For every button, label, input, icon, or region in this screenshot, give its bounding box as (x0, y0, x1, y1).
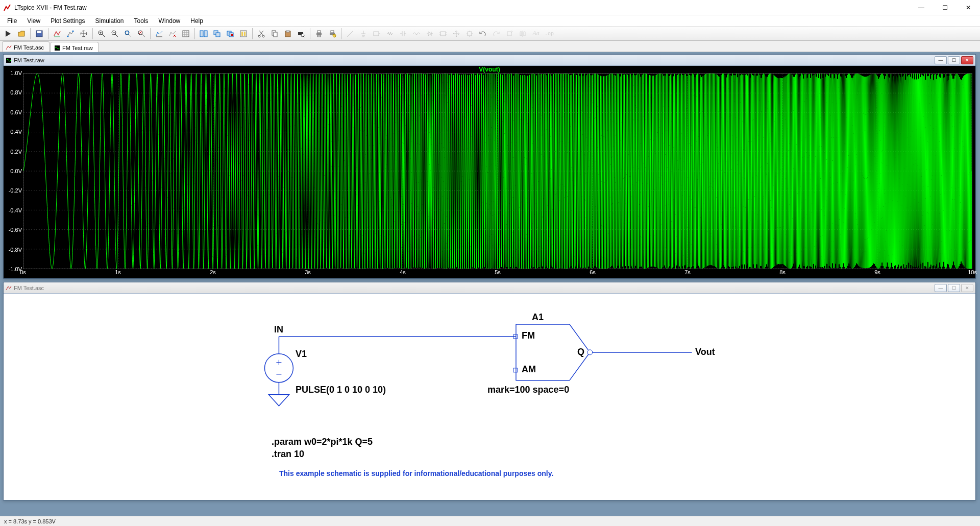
plot-canvas[interactable] (23, 73, 972, 269)
delete-trace-button[interactable] (166, 28, 179, 40)
value-pulse[interactable]: PULSE(0 1 0 10 0 10) (296, 385, 386, 395)
autorange-button[interactable] (64, 28, 77, 40)
pick-visible-traces-button[interactable] (51, 28, 63, 40)
svg-rect-23 (274, 32, 277, 37)
child-maximize-button[interactable]: ☐ (948, 56, 960, 64)
undo-button[interactable] (477, 28, 489, 40)
trace-label[interactable]: V(vout) (4, 66, 975, 73)
zoom-out-button[interactable] (109, 28, 121, 40)
menu-view[interactable]: View (22, 16, 45, 26)
svg-rect-35 (440, 32, 446, 36)
svg-point-3 (67, 35, 69, 37)
y-axis[interactable]: 1.0V0.8V0.6V0.4V0.2V0.0V-0.2V-0.4V-0.6V-… (4, 73, 23, 269)
child-minimize-button[interactable]: — (935, 284, 947, 292)
child-close-button[interactable]: ✕ (961, 56, 973, 64)
print-button[interactable] (313, 28, 325, 40)
print-setup-button[interactable] (326, 28, 338, 40)
refdes-v1[interactable]: V1 (296, 349, 307, 360)
menu-plot-settings[interactable]: Plot Settings (45, 16, 90, 26)
svg-rect-63 (513, 368, 518, 372)
menu-simulation[interactable]: Simulation (90, 16, 129, 26)
schematic-canvas[interactable]: IN V1 PULSE(0 1 0 10 0 10) A1 FM AM Q Vo… (4, 294, 975, 500)
resistor-button (384, 28, 396, 40)
zoom-fit-button[interactable] (122, 28, 134, 40)
schematic-comment[interactable]: This example schematic is supplied for i… (279, 469, 553, 477)
open-button[interactable] (15, 28, 28, 40)
menu-file[interactable]: File (2, 16, 22, 26)
tab-fm-test-raw[interactable]: FM Test.raw (51, 42, 99, 52)
toolbar: Aa .op (0, 27, 980, 41)
copy-button[interactable] (268, 28, 281, 40)
svg-rect-36 (507, 32, 511, 36)
close-button[interactable]: ✕ (957, 0, 980, 15)
add-trace-button[interactable] (153, 28, 165, 40)
x-tick: 2s (210, 269, 216, 275)
waveform-titlebar[interactable]: FM Test.raw — ☐ ✕ (4, 55, 975, 66)
y-tick: -0.2V (9, 187, 22, 194)
zoom-in-button[interactable] (95, 28, 108, 40)
schematic-title: FM Test.asc (12, 285, 934, 291)
svg-rect-17 (240, 31, 247, 37)
zoom-back-button[interactable] (135, 28, 148, 40)
waveform-file-icon (6, 57, 12, 63)
paste-button[interactable] (282, 28, 294, 40)
document-tabstrip: FM Test.asc FM Test.raw (0, 41, 980, 52)
menu-window[interactable]: Window (154, 16, 186, 26)
waveform-title: FM Test.raw (12, 57, 934, 63)
mdi-client-area: FM Test.raw — ☐ ✕ V(vout) 1.0V0.8V0.6V0.… (0, 52, 980, 516)
svg-rect-28 (316, 33, 322, 35)
waveform-plot-area[interactable]: V(vout) 1.0V0.8V0.6V0.4V0.2V0.0V-0.2V-0.… (4, 66, 975, 278)
tab-label: FM Test.asc (14, 44, 44, 51)
waveform-window[interactable]: FM Test.raw — ☐ ✕ V(vout) 1.0V0.8V0.6V0.… (3, 54, 976, 279)
drag-button (463, 28, 476, 40)
x-tick: 0s (20, 269, 26, 275)
child-maximize-button[interactable]: ☐ (948, 284, 960, 292)
minimize-button[interactable]: — (910, 0, 933, 15)
child-close-button[interactable]: ✕ (961, 284, 973, 292)
menu-help[interactable]: Help (185, 16, 208, 26)
menu-tools[interactable]: Tools (129, 16, 154, 26)
svg-rect-25 (286, 31, 289, 32)
svg-rect-14 (216, 33, 220, 37)
y-tick: -0.6V (9, 227, 22, 233)
spice-directive-param[interactable]: .param w0=2*pi*1k Q=5 (272, 437, 373, 447)
x-tick: 3s (305, 269, 311, 275)
schematic-file-icon (6, 44, 12, 51)
redo-button (490, 28, 502, 40)
capacitor-button (397, 28, 409, 40)
svg-point-4 (72, 30, 74, 32)
child-minimize-button[interactable]: — (935, 56, 947, 64)
pan-button[interactable] (78, 28, 90, 40)
x-tick: 1s (115, 269, 121, 275)
svg-rect-29 (317, 31, 321, 33)
tab-fm-test-asc[interactable]: FM Test.asc (2, 41, 50, 52)
save-button[interactable] (33, 28, 45, 40)
spice-directive-tran[interactable]: .tran 10 (272, 449, 304, 460)
window-titlebar: LTspice XVII - FM Test.raw — ☐ ✕ (0, 0, 980, 15)
component-params[interactable]: mark=100 space=0 (487, 385, 569, 395)
run-button[interactable] (2, 28, 14, 40)
control-panel-button[interactable] (237, 28, 250, 40)
tile-windows-button[interactable] (198, 28, 210, 40)
find-button[interactable] (295, 28, 307, 40)
y-tick: 0.2V (10, 149, 22, 155)
draw-wire-button (344, 28, 356, 40)
component-button (437, 28, 449, 40)
cascade-windows-button[interactable] (211, 28, 223, 40)
net-label-in[interactable]: IN (274, 324, 283, 335)
cut-button[interactable] (255, 28, 267, 40)
svg-point-61 (264, 354, 293, 382)
y-tick: -0.8V (9, 247, 22, 253)
svg-point-33 (333, 34, 336, 37)
net-label-vout[interactable]: Vout (695, 347, 715, 357)
toggle-grid-button[interactable] (180, 28, 192, 40)
schematic-window[interactable]: FM Test.asc — ☐ ✕ (3, 282, 976, 500)
text-button: Aa (530, 28, 542, 40)
maximize-button[interactable]: ☐ (933, 0, 957, 15)
x-tick: 10s (968, 269, 977, 275)
close-all-button[interactable] (224, 28, 236, 40)
schematic-titlebar[interactable]: FM Test.asc — ☐ ✕ (4, 282, 975, 294)
refdes-a1[interactable]: A1 (532, 312, 544, 323)
x-axis[interactable]: 0s1s2s3s4s5s6s7s8s9s10s (23, 269, 972, 278)
tab-label: FM Test.raw (62, 45, 93, 51)
